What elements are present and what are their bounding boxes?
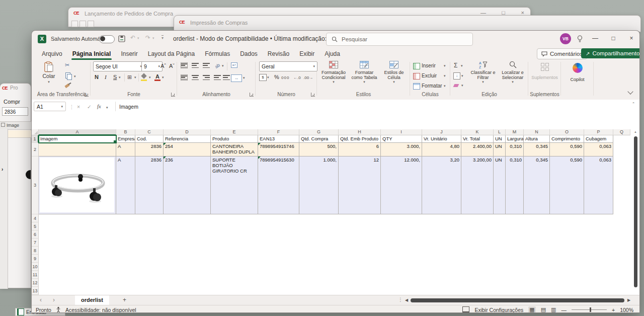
accessibility-icon[interactable]: [55, 306, 61, 313]
add-sheet-icon[interactable]: +: [123, 296, 126, 303]
row-header-3[interactable]: 3: [32, 156, 39, 214]
cell-styles-button[interactable]: Estilos de Célula ▾: [380, 61, 408, 90]
font-color-icon[interactable]: A: [155, 73, 159, 80]
fill-color-icon[interactable]: [141, 73, 146, 78]
underline-button[interactable]: S: [113, 74, 117, 80]
accounting-dropdown-icon[interactable]: ▾: [267, 75, 269, 80]
row-header-10[interactable]: 10: [32, 263, 39, 271]
enter-icon[interactable]: ✓: [87, 104, 92, 110]
cell-P1[interactable]: Cubagem: [584, 135, 613, 143]
tab-layout-da-página[interactable]: Layout da Página: [143, 48, 200, 59]
accounting-format-icon[interactable]: $: [259, 74, 267, 81]
tab-revisão[interactable]: Revisão: [263, 48, 294, 59]
increase-indent-icon[interactable]: [223, 74, 230, 81]
fx-dropdown-icon[interactable]: ▾: [106, 106, 108, 110]
cell-E1[interactable]: Produto: [211, 135, 258, 143]
cell-M1[interactable]: Largura: [506, 135, 524, 143]
cell-D2[interactable]: 254: [164, 143, 211, 156]
namebox-splitter-icon[interactable]: ⋮: [69, 104, 74, 110]
maximize-button[interactable]: □: [608, 35, 618, 42]
undo-dropdown-icon[interactable]: ▾: [137, 36, 139, 40]
cell-F2[interactable]: 7898954915746: [258, 143, 299, 156]
excel-app-icon[interactable]: X: [38, 35, 46, 43]
autosum-dropdown-icon[interactable]: ▾: [461, 64, 463, 68]
sheet-tab-orderlist[interactable]: orderlist: [75, 295, 109, 306]
search-input[interactable]: Pesquisar: [326, 33, 473, 46]
cell-J3[interactable]: 3,20: [422, 156, 461, 214]
zoom-slider-thumb[interactable]: [590, 307, 591, 312]
name-box[interactable]: A1▾: [34, 102, 66, 111]
cell-M3[interactable]: 0,310: [506, 156, 524, 214]
cut-icon[interactable]: ✂: [65, 62, 69, 68]
wrap-text-icon[interactable]: ↩: [231, 62, 237, 68]
row-header-13[interactable]: 13: [32, 287, 39, 295]
cell-A2[interactable]: [39, 143, 116, 156]
cell-H2[interactable]: 6: [339, 143, 381, 156]
column-header-P[interactable]: P: [584, 129, 613, 135]
column-header-E[interactable]: E: [211, 129, 258, 135]
zoom-level[interactable]: 100%: [620, 307, 633, 313]
row-header-8[interactable]: 8: [32, 247, 39, 255]
row-header-4[interactable]: 4: [32, 214, 39, 222]
cell-B1[interactable]: Empresa: [116, 135, 135, 143]
column-header-C[interactable]: C: [135, 129, 164, 135]
toolbar-button[interactable]: [71, 21, 78, 27]
close-button[interactable]: ×: [626, 35, 636, 42]
column-header-G[interactable]: G: [299, 129, 339, 135]
cell-I2[interactable]: 3.000,: [381, 143, 422, 156]
merge-dropdown-icon[interactable]: ▾: [243, 76, 245, 80]
cell-N3[interactable]: 0,345: [524, 156, 550, 214]
cell-E2[interactable]: CANTONEIRA BANHEIRO DUPLA CR: [211, 143, 258, 156]
addins-button[interactable]: Suplementos: [530, 61, 559, 90]
window-impressao-compras[interactable]: CE Impressão de Compras: [174, 15, 641, 32]
cell-O3[interactable]: 0,590: [550, 156, 584, 214]
align-right-icon[interactable]: [203, 74, 210, 81]
fill-icon[interactable]: ↓: [453, 72, 460, 80]
toolbar-button[interactable]: [79, 21, 86, 27]
cell-F1[interactable]: EAN13: [258, 135, 299, 143]
select-all-corner[interactable]: [32, 129, 39, 135]
product-image[interactable]: [40, 157, 114, 212]
conditional-formatting-button[interactable]: Formatação Condicional ▾: [318, 61, 349, 90]
borders-dropdown-icon[interactable]: ▾: [134, 75, 136, 80]
align-middle-icon[interactable]: [192, 62, 199, 68]
cell-A3[interactable]: [39, 156, 116, 214]
borders-icon[interactable]: ⊞: [127, 74, 132, 81]
column-header-A[interactable]: A: [39, 129, 116, 135]
decrease-indent-icon[interactable]: [214, 74, 221, 81]
align-top-icon[interactable]: [181, 62, 188, 68]
zoom-out-button[interactable]: —: [561, 307, 567, 313]
column-header-O[interactable]: O: [550, 129, 584, 135]
minimize-button[interactable]: —: [590, 35, 600, 42]
cell-I3[interactable]: 12.000,: [381, 156, 422, 214]
cell-K2[interactable]: 2.400,00: [461, 143, 494, 156]
copilot-button[interactable]: Copilot: [562, 61, 592, 90]
orientation-dropdown-icon[interactable]: ▾: [222, 64, 224, 68]
cell-A1[interactable]: Imagem: [39, 135, 116, 143]
percent-style-icon[interactable]: %: [274, 74, 279, 80]
delete-button[interactable]: Excluir: [422, 73, 437, 78]
column-header-K[interactable]: K: [461, 129, 494, 135]
cell-H3[interactable]: 12: [339, 156, 381, 214]
row-header-9[interactable]: 9: [32, 255, 39, 263]
cell-P2[interactable]: 0,063: [584, 143, 613, 156]
column-header-I[interactable]: I: [381, 129, 422, 135]
redo-icon[interactable]: ↷: [145, 34, 150, 41]
fill-handle[interactable]: [113, 140, 116, 143]
undo-icon[interactable]: ↶: [130, 34, 135, 41]
orientation-icon[interactable]: ab: [214, 62, 221, 69]
vertical-scrollbar[interactable]: ▲: [633, 129, 638, 295]
view-page-layout-icon[interactable]: ▤: [541, 306, 546, 313]
qat-more-icon[interactable]: ▾: [162, 35, 164, 40]
cancel-icon[interactable]: ×: [77, 104, 80, 110]
redo-dropdown-icon[interactable]: ▾: [152, 36, 154, 40]
cell-H1[interactable]: Qtd. Emb Produto: [339, 135, 381, 143]
insert-dropdown-icon[interactable]: ▾: [444, 64, 446, 68]
merge-center-icon[interactable]: ↔: [231, 74, 242, 82]
column-header-H[interactable]: H: [339, 129, 381, 135]
align-center-icon[interactable]: [192, 74, 199, 81]
cell-K3[interactable]: 3.200,00: [461, 156, 494, 214]
collapse-formula-bar-icon[interactable]: ˆ: [632, 102, 634, 108]
cell-P3[interactable]: 0,063: [584, 156, 613, 214]
cell-J2[interactable]: 4,80: [422, 143, 461, 156]
